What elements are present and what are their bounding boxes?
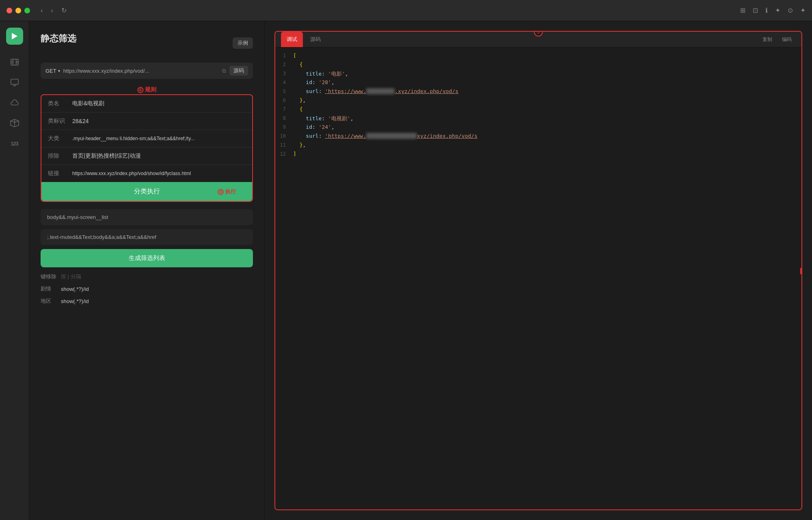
exec-floating-label: ②执行 xyxy=(218,188,236,195)
generate-button[interactable]: 生成筛选列表 xyxy=(41,249,253,267)
code-line-3: 3 title: '电影', xyxy=(275,69,801,78)
svg-line-12 xyxy=(10,121,14,123)
content-area: 静态筛选 示例 GET ▾ https://www.xxx.xyz/index.… xyxy=(29,21,812,520)
field-label-remove: 键移除 xyxy=(41,273,57,280)
field-value-region: show(.*?)/id xyxy=(61,298,89,304)
copy-icon[interactable]: ⧉ xyxy=(222,67,226,74)
rule-row-exclude: 排除 首页|更新|热搜榜|综艺|动漫 xyxy=(41,147,252,165)
rule-row-parent: 大类 .myui-header__menu li.hidden-sm;a&&Te… xyxy=(41,130,252,147)
copy-action-button[interactable]: 复制 xyxy=(758,34,776,46)
sidebar-item-film[interactable] xyxy=(5,54,24,71)
sidebar-item-cube[interactable] xyxy=(5,115,24,132)
rule-floating-label: ①规则 xyxy=(137,86,156,93)
rule-key-parent: 大类 xyxy=(48,135,67,142)
example-button[interactable]: 示例 xyxy=(233,37,253,49)
rule-key-exclude: 排除 xyxy=(48,152,67,160)
rule-key-link: 链接 xyxy=(48,170,67,177)
shield-icon[interactable]: ⊙ xyxy=(788,6,793,14)
code-line-2: 2 { xyxy=(275,61,801,69)
code-line-5: 5 surl: 'https://www.xxxxxxxxx.xyz/index… xyxy=(275,87,801,96)
left-panel: 静态筛选 示例 GET ▾ https://www.xxx.xyz/index.… xyxy=(29,21,265,520)
field-row-genre: 剧情 show(.*?)/id xyxy=(41,285,253,292)
arrow-icon: ▶ xyxy=(800,265,802,276)
sidebar-item-monitor[interactable] xyxy=(5,74,24,91)
toolbar-icons: ⊞ ⊡ ℹ ✦ ⊙ ✦ xyxy=(740,6,806,14)
rule-circle-badge: ① xyxy=(137,87,143,93)
sidebar-item-cloud[interactable] xyxy=(5,94,24,111)
tab-source[interactable]: 源码 xyxy=(304,32,326,47)
settings-icon[interactable]: ✦ xyxy=(800,6,806,14)
svg-rect-1 xyxy=(11,59,18,65)
svg-rect-8 xyxy=(11,79,18,84)
code-line-8: 8 title: '电视剧', xyxy=(275,114,801,123)
code-line-10: 10 surl: 'https://www.xxxxxxxxxxxxxxxxxy… xyxy=(275,132,801,141)
sidebar-item-numbers[interactable]: 123 xyxy=(5,135,24,152)
code-line-11: 11 }, xyxy=(275,141,801,150)
code-line-12: 12 ] xyxy=(275,150,801,159)
field-row-region: 地区 show(.*?)/id xyxy=(41,297,253,305)
rule-row-link: 链接 https://www.xxx.xyz/index.php/vod/sho… xyxy=(41,165,252,182)
refresh-button[interactable]: ↻ xyxy=(59,5,69,16)
rule-key-classname: 类名 xyxy=(48,100,67,107)
rule-value-classid: 28&24 xyxy=(72,118,89,124)
rule-value-parent: .myui-header__menu li.hidden-sm;a&&Text;… xyxy=(72,136,194,141)
filter-item-1: body&&.myui-screen__list xyxy=(41,209,253,225)
rule-row-classname: 类名 电影&电视剧 xyxy=(41,95,252,113)
info-icon[interactable]: ℹ xyxy=(765,6,768,14)
star-icon[interactable]: ✦ xyxy=(775,6,780,14)
code-line-7: 7 { xyxy=(275,105,801,114)
back-button[interactable]: ‹ xyxy=(38,5,45,16)
svg-line-13 xyxy=(15,121,19,123)
filter-item-2: ;.text-muted&&Text;body&&a;a&&Text;a&&hr… xyxy=(41,229,253,245)
svg-marker-0 xyxy=(12,33,17,39)
forward-button[interactable]: › xyxy=(48,5,55,16)
url-display: https://www.xxx.xyz/index.php/vod/... xyxy=(63,68,219,74)
field-label-region: 地区 xyxy=(41,297,57,305)
rule-row-classid: 类标识 28&24 xyxy=(41,113,252,130)
field-label-genre: 剧情 xyxy=(41,285,57,292)
sidebar-logo[interactable] xyxy=(6,28,23,45)
rule-box-wrapper: ①规则 类名 电影&电视剧 类标识 28&24 大类 .myui-header_… xyxy=(41,86,253,209)
rule-key-classid: 类标识 xyxy=(48,117,67,125)
code-line-9: 9 id: '24', xyxy=(275,123,801,132)
rule-value-exclude: 首页|更新|热搜榜|综艺|动漫 xyxy=(72,152,141,160)
method-select[interactable]: GET ▾ xyxy=(45,68,60,74)
maximize-button[interactable] xyxy=(24,8,30,13)
main-layout: 123 静态筛选 示例 GET ▾ https://www.xxx.xyz/in… xyxy=(0,21,812,520)
code-line-4: 4 id: '28', xyxy=(275,78,801,87)
field-row-remove: 键移除 按 | 分隔 xyxy=(41,273,253,280)
url-bar: GET ▾ https://www.xxx.xyz/index.php/vod/… xyxy=(41,63,253,79)
rule-value-classname: 电影&电视剧 xyxy=(72,100,104,107)
puzzle-icon[interactable]: ⊞ xyxy=(740,6,745,14)
code-line-6: 6 }, xyxy=(275,96,801,105)
code-area: 1 [ 2 { 3 title: '电影', xyxy=(275,48,801,509)
panel-title: 静态筛选 xyxy=(41,32,76,45)
rule-box: 类名 电影&电视剧 类标识 28&24 大类 .myui-header__men… xyxy=(41,94,253,202)
traffic-lights xyxy=(6,8,30,13)
exec-button-label: 分类执行 xyxy=(134,187,160,196)
close-button[interactable] xyxy=(6,8,12,13)
titlebar: ‹ › ↻ ⊞ ⊡ ℹ ✦ ⊙ ✦ xyxy=(0,0,812,21)
encode-action-button[interactable]: 编码 xyxy=(778,34,796,46)
field-value-remove: 按 | 分隔 xyxy=(61,273,81,280)
layout-icon[interactable]: ⊡ xyxy=(753,6,758,14)
code-line-1: 1 [ xyxy=(275,52,801,61)
right-panel: ③ 调试 源码 复制 编码 1 [ xyxy=(274,31,802,510)
exec-button[interactable]: 分类执行 ②执行 xyxy=(41,182,252,201)
field-value-genre: show(.*?)/id xyxy=(61,286,89,292)
tab-debug[interactable]: 调试 xyxy=(281,32,303,47)
rule-value-link: https://www.xxx.xyz/index.php/vod/show/i… xyxy=(72,171,191,176)
source-button[interactable]: 源码 xyxy=(229,66,248,76)
minimize-button[interactable] xyxy=(15,8,21,13)
sidebar: 123 xyxy=(0,21,29,520)
